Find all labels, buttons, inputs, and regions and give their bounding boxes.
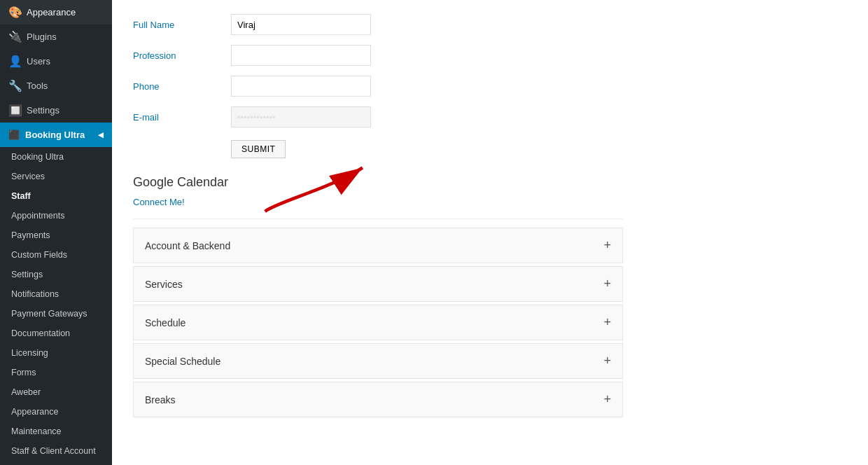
submenu-item-staff-client-account[interactable]: Staff & Client Account: [0, 441, 112, 461]
submit-button[interactable]: SUBMIT: [231, 140, 286, 158]
tools-icon: 🔧: [8, 79, 21, 92]
email-input[interactable]: [231, 106, 371, 127]
staff-form-area: Full Name Profession Phone E-mail SUBMIT…: [112, 0, 644, 434]
submenu-item-licensing[interactable]: Licensing: [0, 343, 112, 363]
submenu-item-maintenance[interactable]: Maintenance: [0, 422, 112, 441]
submenu-item-appearance[interactable]: Appearance: [0, 402, 112, 422]
wp-admin-sidebar: 🎨 Appearance 🔌 Plugins 👤 Users 🔧 Tools 🔲…: [0, 0, 112, 465]
accordion-container: Account & Backend + Services + Schedule …: [133, 228, 623, 417]
sidebar-item-plugins[interactable]: 🔌 Plugins: [0, 25, 112, 49]
accordion-special-schedule-label: Special Schedule: [145, 356, 220, 367]
submenu-item-aweber[interactable]: Aweber: [0, 382, 112, 402]
accordion-services: Services +: [133, 266, 623, 302]
accordion-breaks: Breaks +: [133, 382, 623, 417]
google-calendar-section: Google Calendar Connect Me!: [133, 175, 623, 219]
submenu-item-settings[interactable]: Settings: [0, 265, 112, 284]
submenu-item-documentation[interactable]: Documentation: [0, 324, 112, 343]
submenu-item-services[interactable]: Services: [0, 167, 112, 186]
accordion-special-schedule-header[interactable]: Special Schedule +: [134, 344, 622, 378]
sidebar-item-label: Users: [27, 56, 50, 67]
booking-ultra-label: Booking Ultra: [25, 130, 85, 140]
submenu-item-notifications[interactable]: Notifications: [0, 284, 112, 304]
accordion-schedule: Schedule +: [133, 305, 623, 340]
sidebar-item-appearance[interactable]: 🎨 Appearance: [0, 0, 112, 25]
accordion-breaks-plus-icon: +: [603, 392, 611, 407]
accordion-schedule-header[interactable]: Schedule +: [134, 305, 622, 340]
profession-label: Profession: [133, 50, 231, 61]
accordion-services-header[interactable]: Services +: [134, 267, 622, 301]
profession-row: Profession: [133, 45, 623, 66]
appearance-icon: 🎨: [8, 6, 21, 19]
booking-ultra-icon: ⬛: [8, 130, 20, 140]
accordion-services-plus-icon: +: [603, 277, 611, 291]
sidebar-item-users[interactable]: 👤 Users: [0, 49, 112, 74]
accordion-account-backend-plus-icon: +: [603, 238, 611, 253]
submit-row: SUBMIT: [231, 137, 623, 158]
sidebar-item-tools[interactable]: 🔧 Tools: [0, 74, 112, 98]
booking-ultra-arrow-icon: ◀: [98, 131, 104, 139]
submenu-item-payments[interactable]: Payments: [0, 225, 112, 245]
sidebar-item-settings[interactable]: 🔲 Settings: [0, 98, 112, 123]
submenu-item-forms[interactable]: Forms: [0, 363, 112, 382]
phone-input[interactable]: [231, 76, 371, 97]
sidebar-item-label: Appearance: [27, 7, 76, 18]
sidebar-item-label: Tools: [27, 81, 48, 91]
accordion-special-schedule: Special Schedule +: [133, 343, 623, 379]
staff-form: Full Name Profession Phone E-mail: [133, 14, 623, 127]
full-name-input[interactable]: [231, 14, 371, 35]
sidebar-item-label: Plugins: [27, 32, 57, 42]
phone-label: Phone: [133, 81, 231, 92]
connect-me-link[interactable]: Connect Me!: [133, 197, 185, 207]
profession-input[interactable]: [231, 45, 371, 66]
booking-submenu: Booking Ultra Services Staff Appointment…: [0, 147, 112, 461]
submenu-item-booking-ultra[interactable]: Booking Ultra: [0, 147, 112, 167]
main-content: Full Name Profession Phone E-mail SUBMIT…: [112, 0, 868, 465]
users-icon: 👤: [8, 55, 21, 68]
google-calendar-title: Google Calendar: [133, 175, 623, 190]
full-name-label: Full Name: [133, 20, 231, 30]
accordion-account-backend: Account & Backend +: [133, 228, 623, 263]
settings-icon: 🔲: [8, 104, 21, 117]
accordion-services-label: Services: [145, 279, 183, 290]
accordion-schedule-label: Schedule: [145, 317, 186, 328]
full-name-row: Full Name: [133, 14, 623, 35]
phone-row: Phone: [133, 76, 623, 97]
accordion-breaks-header[interactable]: Breaks +: [134, 382, 622, 417]
submenu-item-payment-gateways[interactable]: Payment Gateways: [0, 304, 112, 324]
submenu-item-staff[interactable]: Staff: [0, 186, 112, 206]
accordion-schedule-plus-icon: +: [603, 315, 611, 330]
plugins-icon: 🔌: [8, 30, 21, 43]
accordion-account-backend-header[interactable]: Account & Backend +: [134, 228, 622, 263]
submenu-item-appointments[interactable]: Appointments: [0, 206, 112, 225]
accordion-special-schedule-plus-icon: +: [603, 354, 611, 368]
email-label: E-mail: [133, 112, 231, 123]
accordion-breaks-label: Breaks: [145, 394, 176, 405]
submenu-item-custom-fields[interactable]: Custom Fields: [0, 245, 112, 265]
accordion-account-backend-label: Account & Backend: [145, 240, 230, 251]
booking-ultra-menu[interactable]: ⬛ Booking Ultra ◀: [0, 123, 112, 147]
sidebar-item-label: Settings: [27, 105, 59, 116]
email-row: E-mail: [133, 106, 623, 127]
